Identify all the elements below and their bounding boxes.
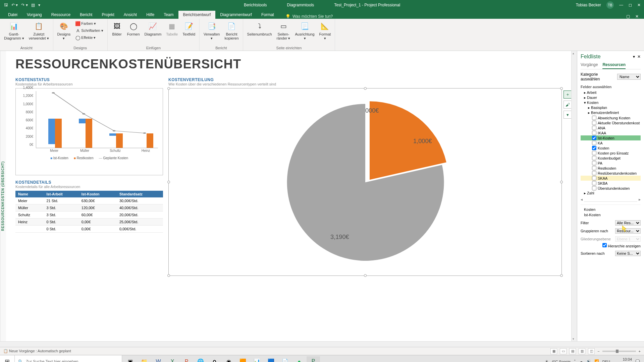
field-checkbox[interactable]: [592, 131, 596, 135]
view-btn-2[interactable]: ▭: [560, 348, 567, 354]
excel-icon[interactable]: X: [166, 356, 179, 362]
chart-filter-button[interactable]: ▾: [564, 111, 571, 119]
save-icon[interactable]: 🖫: [4, 3, 8, 7]
tray-chevron-icon[interactable]: ˄: [574, 359, 576, 362]
pane-tab-vorgaenge[interactable]: Vorgänge: [581, 62, 598, 69]
field-checkbox[interactable]: [592, 161, 596, 165]
hscroll-right-icon[interactable]: ▸: [639, 197, 641, 202]
task-view-icon[interactable]: ▣: [123, 356, 137, 362]
copy-report-button[interactable]: 📄Bericht kopieren: [223, 20, 240, 41]
view-btn-1[interactable]: ▦: [550, 348, 557, 354]
tab-team[interactable]: Team: [159, 11, 178, 19]
images-button[interactable]: 🖼Bilder: [110, 20, 124, 37]
tab-diagrammentwurf[interactable]: Diagrammentwurf: [215, 11, 257, 19]
lang-indicator[interactable]: DEU: [602, 360, 610, 362]
powerpoint-icon[interactable]: P: [180, 356, 193, 362]
obs-icon[interactable]: ◉: [222, 356, 235, 362]
tree-arbeit[interactable]: ▸ Arbeit: [581, 90, 641, 95]
colors-button[interactable]: 🟥Farben ▾: [74, 20, 104, 27]
orientation-button[interactable]: 📃Ausrichtung ▾: [293, 20, 316, 41]
clock[interactable]: 10:0423.11.2021: [613, 357, 632, 362]
field-checkbox[interactable]: [592, 186, 596, 190]
explorer-icon[interactable]: 📁: [138, 356, 151, 362]
designs-button[interactable]: 🎨Designs ▾: [56, 20, 72, 41]
view-btn-3[interactable]: ▤: [569, 348, 576, 354]
field-item[interactable]: Abweichung Kosten: [581, 115, 641, 120]
tab-format[interactable]: Format: [257, 11, 279, 19]
tab-datei[interactable]: Datei: [3, 11, 22, 19]
field-checkbox[interactable]: [592, 166, 596, 170]
qat-dropdown-icon[interactable]: ▾: [38, 3, 40, 7]
tree-dauer[interactable]: ▸ Dauer: [581, 95, 641, 100]
margins-button[interactable]: ▭Seiten- ränder ▾: [275, 20, 292, 41]
tab-ressource[interactable]: Ressource: [47, 11, 75, 19]
table-row[interactable]: Schultz3 Std.60,00€20,00€/Std.: [15, 212, 163, 219]
field-item[interactable]: Ist-Kosten: [581, 135, 641, 140]
user-name[interactable]: Tobias Becker: [576, 3, 601, 7]
chart-button[interactable]: 📈Diagramm: [143, 20, 163, 37]
tab-hilfe[interactable]: Hilfe: [142, 11, 159, 19]
tree-zahl[interactable]: ▸ Zahl: [581, 191, 641, 196]
tab-berichtsentwurf[interactable]: Berichtsentwurf: [178, 11, 216, 19]
table-row[interactable]: Müller3 Std.120,00€40,00€/Std.: [15, 204, 163, 212]
field-item[interactable]: IKAA: [581, 130, 641, 135]
ribbon-display-icon[interactable]: ▢: [626, 14, 630, 19]
view-btn-4[interactable]: ▥: [579, 348, 585, 354]
gantt-diagram-button[interactable]: 📊Gantt- Diagramm ▾: [3, 20, 25, 41]
tree-kosten[interactable]: ▾ Kosten: [581, 100, 641, 105]
fonts-button[interactable]: ASchriftarten ▾: [74, 27, 104, 34]
horizontal-scrollbar[interactable]: [0, 341, 644, 347]
vertical-scrollbar[interactable]: [571, 51, 577, 341]
search-box[interactable]: 🔍 Zur Suche Text hier eingeben: [15, 355, 122, 362]
field-checkbox[interactable]: [592, 121, 596, 125]
project-icon[interactable]: P: [307, 356, 320, 362]
edge-icon[interactable]: 🟦: [264, 356, 278, 362]
field-item[interactable]: ANA: [581, 125, 641, 130]
field-checkbox[interactable]: [592, 116, 596, 120]
textbox-button[interactable]: 📝Textfeld: [181, 20, 197, 37]
field-checkbox[interactable]: [592, 126, 596, 130]
table-row[interactable]: Meier21 Std.630,00€30,00€/Std.: [15, 197, 163, 204]
doc-icon[interactable]: ▤: [31, 3, 35, 7]
zoom-slider[interactable]: [602, 351, 636, 352]
table-button[interactable]: ▦Tabelle: [165, 20, 179, 37]
chart-elements-button[interactable]: ＋: [564, 90, 571, 99]
tree-basisplan[interactable]: ▸ Basisplan: [581, 105, 641, 110]
zoom-out-icon[interactable]: −: [597, 349, 599, 353]
app-icon-2[interactable]: 📊: [250, 356, 264, 362]
field-checkbox[interactable]: [592, 171, 596, 175]
redo-icon[interactable]: ↷ ▾: [21, 3, 28, 7]
field-item[interactable]: Überstundenkosten: [581, 186, 641, 191]
close-icon[interactable]: ✕: [637, 3, 641, 7]
size-button[interactable]: 📐Format ▾: [318, 20, 332, 41]
pane-close-icon[interactable]: ✕: [637, 54, 641, 59]
filter-select[interactable]: Alle Res...: [615, 220, 641, 226]
sort-select[interactable]: Keine S...: [615, 251, 641, 256]
field-item[interactable]: Restüberstundenkosten: [581, 171, 641, 176]
group-select[interactable]: Ressour...: [615, 228, 641, 234]
tab-projekt[interactable]: Projekt: [97, 11, 119, 19]
view-btn-5[interactable]: ◫: [588, 348, 595, 354]
chart-styles-button[interactable]: 🖌: [564, 101, 571, 109]
shapes-button[interactable]: ◯Formen: [126, 20, 141, 37]
field-item[interactable]: SKAA: [581, 176, 641, 181]
field-item[interactable]: Kosten: [581, 145, 641, 150]
notifications-icon[interactable]: 💬: [635, 359, 640, 362]
tab-ansicht[interactable]: Ansicht: [119, 11, 142, 19]
edge-legacy-icon[interactable]: 🌐: [194, 356, 207, 362]
field-tree[interactable]: ▸ Arbeit ▸ Dauer ▾ Kosten ▸ Basisplan ▸ …: [581, 90, 641, 196]
maximize-icon[interactable]: ◻: [629, 3, 632, 7]
view-side-label[interactable]: RESSOURCENKOSTEN (ÜBERSICHT): [0, 51, 6, 341]
field-item[interactable]: Kostenbudget: [581, 156, 641, 161]
recently-used-button[interactable]: 📋Zuletzt verwendet ▾: [28, 20, 50, 41]
word-icon[interactable]: W: [152, 356, 165, 362]
field-item[interactable]: KA: [581, 140, 641, 145]
cost-table[interactable]: NameIst-Arbeit Ist-KostenStandardsatz Me…: [15, 191, 163, 233]
app-icon-1[interactable]: 🟧: [236, 356, 250, 362]
pane-options-icon[interactable]: ▾: [633, 54, 635, 59]
start-button[interactable]: ⊞: [0, 355, 15, 362]
chrome-icon[interactable]: ⭘: [208, 356, 221, 362]
weather-text[interactable]: 4°C Sonnig: [552, 360, 571, 362]
pane-tab-ressourcen[interactable]: Ressourcen: [602, 62, 626, 69]
help-close-icon[interactable]: ✕: [635, 14, 639, 19]
